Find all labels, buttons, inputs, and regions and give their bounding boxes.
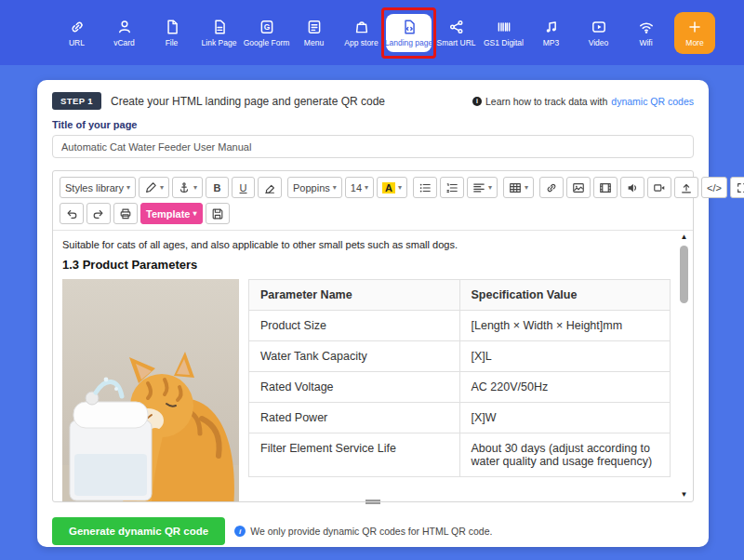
- main-card: STEP 1 Create your HTML landing page and…: [37, 80, 709, 547]
- nav-item-google-form[interactable]: G Google Form: [244, 14, 289, 52]
- printer-icon: [119, 207, 132, 220]
- nav-item-video[interactable]: Video: [576, 14, 621, 52]
- underline-button[interactable]: U: [232, 177, 255, 198]
- image-icon: [572, 181, 585, 194]
- print-button[interactable]: [113, 203, 138, 224]
- save-icon: [211, 207, 224, 220]
- nav-item-url[interactable]: URL: [54, 14, 100, 52]
- nav-item-smart-url[interactable]: Smart URL: [433, 14, 479, 52]
- chevron-down-icon: ▾: [160, 183, 164, 192]
- font-size-dropdown[interactable]: 14▾: [345, 177, 374, 198]
- parameters-table: Parameter Name Specification Value Produ…: [248, 279, 671, 477]
- film-icon: [599, 181, 612, 194]
- chevron-down-icon: ▾: [365, 183, 368, 192]
- editor-scrollbar[interactable]: ▲ ▼: [678, 233, 690, 500]
- table-icon: [509, 181, 522, 194]
- learn-prefix: Learn how to track data with: [485, 96, 607, 107]
- card-footer: Generate dynamic QR code i We only provi…: [52, 517, 694, 545]
- chevron-down-icon: ▾: [488, 183, 492, 192]
- html-page-icon: [401, 19, 418, 35]
- cat-photo: [62, 279, 239, 501]
- fullscreen-button[interactable]: [730, 177, 744, 198]
- nav-item-vcard[interactable]: vCard: [101, 14, 147, 52]
- fullscreen-icon: [736, 181, 744, 194]
- table-header-row: Parameter Name Specification Value: [249, 280, 671, 311]
- nav-item-file[interactable]: File: [149, 14, 194, 52]
- redo-button[interactable]: [86, 203, 111, 224]
- anchor-button[interactable]: ▾: [172, 177, 203, 198]
- nav-item-landing-page[interactable]: Landing page: [386, 14, 432, 52]
- chevron-down-icon: ▾: [126, 183, 130, 192]
- footer-note: i We only provide dynamic QR codes for H…: [234, 526, 492, 537]
- plus-icon: [686, 19, 703, 35]
- wifi-icon: [638, 19, 655, 35]
- undo-icon: [65, 207, 78, 220]
- insert-video-button[interactable]: [647, 177, 671, 198]
- content-body-row: Parameter Name Specification Value Produ…: [62, 279, 671, 501]
- scroll-up-icon[interactable]: ▲: [681, 233, 688, 242]
- table-dropdown[interactable]: ▾: [503, 177, 534, 198]
- dynamic-qr-link[interactable]: dynamic QR codes: [611, 96, 694, 107]
- remove-format-button[interactable]: [258, 177, 282, 198]
- share-nodes-icon: [448, 19, 465, 35]
- nav-item-link-page[interactable]: Link Page: [196, 14, 242, 52]
- insert-link-button[interactable]: [539, 177, 564, 198]
- toolbar-row-2: Template▾: [60, 203, 686, 224]
- upload-icon: [680, 181, 693, 194]
- template-dropdown[interactable]: Template▾: [140, 203, 203, 224]
- format-brush-button[interactable]: ▾: [139, 177, 169, 198]
- save-button[interactable]: [206, 203, 230, 224]
- toolbar-row-1: Styles library▾ ▾ ▾ B U Poppins▾ 14▾ A▾ …: [60, 177, 686, 198]
- editor-resize-handle[interactable]: [365, 499, 380, 506]
- nav-item-gs1-digital[interactable]: GS1 Digital: [481, 14, 526, 52]
- editor-content[interactable]: Suitable for cats of all ages, and also …: [53, 231, 693, 501]
- table-row: Water Tank Capacity [X]L: [249, 341, 671, 372]
- scroll-down-icon[interactable]: ▼: [681, 490, 688, 500]
- link-page-icon: [211, 19, 228, 35]
- anchor-icon: [178, 181, 191, 194]
- step-row: STEP 1 Create your HTML landing page and…: [52, 92, 694, 110]
- insert-audio-button[interactable]: [620, 177, 644, 198]
- font-family-dropdown[interactable]: Poppins▾: [287, 177, 342, 198]
- chevron-down-icon: ▾: [525, 183, 528, 192]
- nav-item-wifi[interactable]: Wifi: [623, 14, 669, 52]
- undo-button[interactable]: [60, 203, 84, 224]
- insert-image-button[interactable]: [566, 177, 591, 198]
- title-label: Title of your page: [52, 119, 694, 130]
- menu-card-icon: [306, 19, 323, 35]
- video-camera-icon: [653, 181, 666, 194]
- numbered-list-button[interactable]: [440, 177, 464, 198]
- chevron-down-icon: ▾: [193, 183, 197, 192]
- nav-item-app-store[interactable]: App store: [339, 14, 384, 52]
- scrollbar-thumb[interactable]: [680, 246, 688, 303]
- bullet-list-button[interactable]: [413, 177, 437, 198]
- nav-item-more[interactable]: More: [674, 12, 715, 54]
- file-icon: [164, 19, 180, 35]
- font-color-dropdown[interactable]: A▾: [377, 177, 407, 198]
- html-editor: Styles library▾ ▾ ▾ B U Poppins▾ 14▾ A▾ …: [52, 170, 694, 502]
- nav-item-mp3[interactable]: MP3: [528, 14, 574, 52]
- page-title-input[interactable]: [52, 135, 694, 158]
- step-text: Create your HTML landing page and genera…: [111, 95, 385, 108]
- scrollbar-track[interactable]: [679, 242, 689, 490]
- chevron-down-icon: ▾: [193, 209, 196, 218]
- col-header: Specification Value: [459, 280, 671, 311]
- shopping-bag-icon: [353, 19, 370, 35]
- svg-text:G: G: [263, 22, 270, 32]
- align-dropdown[interactable]: ▾: [467, 177, 498, 198]
- section-heading: 1.3 Product Parameters: [62, 258, 671, 272]
- intro-text: Suitable for cats of all ages, and also …: [62, 239, 671, 250]
- styles-library-dropdown[interactable]: Styles library▾: [60, 177, 136, 198]
- chevron-down-icon: ▾: [398, 183, 402, 192]
- font-color-icon: A: [382, 182, 395, 193]
- redo-icon: [92, 207, 105, 220]
- editor-toolbar: Styles library▾ ▾ ▾ B U Poppins▾ 14▾ A▾ …: [53, 171, 693, 231]
- generate-qr-button[interactable]: Generate dynamic QR code: [52, 517, 225, 545]
- speaker-icon: [626, 181, 639, 194]
- nav-item-menu[interactable]: Menu: [291, 14, 337, 52]
- insert-media-button[interactable]: [593, 177, 618, 198]
- bold-button[interactable]: B: [206, 177, 229, 198]
- upload-button[interactable]: [674, 177, 698, 198]
- source-code-button[interactable]: </>: [701, 177, 727, 198]
- table-row: Rated Power [X]W: [249, 403, 671, 433]
